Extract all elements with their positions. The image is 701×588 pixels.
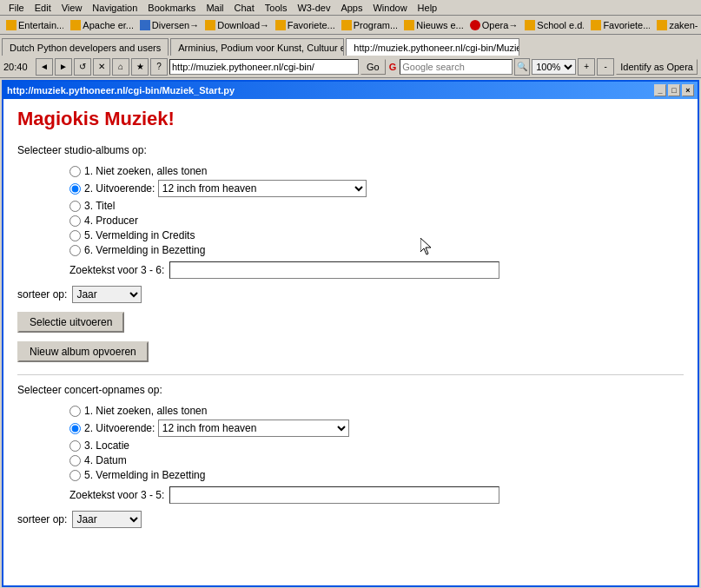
tab-dutch-python[interactable]: Dutch Python developers and users [2, 38, 169, 56]
bookmark-icon [70, 20, 81, 30]
studio-radio-group: 1. Niet zoeken, alles tonen 2. Uitvoeren… [69, 165, 684, 256]
concert-radio-1[interactable] [69, 406, 81, 417]
studio-sort-dropdown[interactable]: Jaar [72, 286, 142, 303]
studio-option-6: 6. Vermelding in Bezetting [69, 244, 684, 256]
concert-radio-5[interactable] [69, 470, 81, 481]
concert-option-4: 4. Datum [69, 454, 684, 466]
reload-button[interactable]: ↺ [74, 58, 91, 76]
studio-radio-6[interactable] [69, 245, 81, 256]
zoom-in-button[interactable]: + [578, 58, 595, 76]
concert-search-input[interactable] [169, 486, 499, 504]
addressbar: 20:40 ◄ ► ↺ ✕ ⌂ ★ ? Go G 🔍 100% + - Iden… [0, 56, 701, 78]
studio-radio-1[interactable] [69, 166, 81, 177]
window-titlebar: http://muziek.pythoneer.nl/cgi-bin/Muzie… [3, 82, 698, 99]
concert-label-3: 3. Locatie [84, 439, 129, 452]
studio-radio-3[interactable] [69, 201, 81, 212]
tab-muziek[interactable]: http://muziek.pythoneer.nl/cgi-bin/Muzie… [346, 38, 519, 56]
close-button[interactable]: × [682, 84, 694, 96]
identify-button[interactable]: Identify as Opera [616, 59, 698, 75]
bookmark-opera[interactable]: Opera→ [466, 18, 519, 32]
bookmark-icon [470, 20, 480, 30]
tab-arminius[interactable]: Arminius, Podium voor Kunst, Cultuur en … [170, 38, 344, 56]
concert-label-1: 1. Niet zoeken, alles tonen [84, 405, 207, 417]
concert-label-2: 2. Uitvoerende: [84, 422, 158, 434]
window-title: http://muziek.pythoneer.nl/cgi-bin/Muzie… [7, 85, 235, 96]
zoom-out-button[interactable]: - [597, 58, 614, 76]
back-button[interactable]: ◄ [36, 58, 53, 76]
nieuw-album-button[interactable]: Nieuw album opvoeren [17, 341, 149, 362]
go-button[interactable]: Go [360, 59, 386, 75]
studio-buttons: Selectie uitvoeren Nieuw album opvoeren [17, 312, 684, 367]
studio-radio-5[interactable] [69, 230, 81, 241]
concert-radio-2[interactable] [69, 423, 81, 434]
studio-option-1: 1. Niet zoeken, alles tonen [69, 165, 684, 177]
maximize-button[interactable]: □ [668, 84, 680, 96]
concert-option-2: 2. Uitvoerende: 12 inch from heaven [69, 420, 684, 437]
concert-sort-dropdown[interactable]: Jaar [72, 511, 142, 528]
menu-view[interactable]: View [56, 3, 88, 13]
bookmark-zaken[interactable]: zaken- [652, 18, 699, 32]
bookmark-program[interactable]: Program... [337, 18, 399, 32]
search-input[interactable] [400, 59, 513, 75]
studio-uitvoerende-dropdown[interactable]: 12 inch from heaven [158, 180, 367, 197]
concert-radio-3[interactable] [69, 440, 81, 452]
studio-search-row: Zoektekst voor 3 - 6: [17, 261, 684, 279]
address-input[interactable] [169, 59, 359, 75]
menu-navigation[interactable]: Navigation [87, 3, 142, 13]
bookmark-button[interactable]: ★ [131, 58, 149, 76]
bookmarks-bar: Entertain... Apache er... Diversen→ Down… [0, 16, 701, 35]
studio-option-3: 3. Titel [69, 200, 684, 212]
concert-radio-4[interactable] [69, 455, 81, 466]
concert-uitvoerende-dropdown[interactable]: 12 inch from heaven [158, 420, 349, 437]
concert-sort-label: sorteer op: [17, 513, 67, 525]
bookmark-icon [140, 20, 150, 30]
bookmark-icon [404, 20, 414, 30]
bookmark-icon [275, 20, 286, 30]
studio-search-input[interactable] [169, 261, 499, 279]
studio-radio-2[interactable] [69, 183, 81, 195]
bookmark-diversen[interactable]: Diversen→ [136, 18, 199, 32]
window-controls: _ □ × [654, 84, 694, 96]
bookmark-nieuws[interactable]: Nieuws e... [400, 18, 463, 32]
selectie-uitvoeren-button[interactable]: Selectie uitvoeren [17, 312, 124, 333]
menu-apps[interactable]: Apps [335, 3, 367, 13]
menu-w3dev[interactable]: W3-dev [292, 3, 335, 13]
bookmark-school[interactable]: School e.d. [520, 18, 585, 32]
home-button[interactable]: ⌂ [112, 58, 129, 76]
menu-window[interactable]: Window [367, 3, 412, 13]
search-button[interactable]: 🔍 [514, 58, 530, 76]
concert-option-1: 1. Niet zoeken, alles tonen [69, 405, 684, 417]
bookmark-favoriete2[interactable]: Favoriete... [586, 18, 651, 32]
concert-option-3: 3. Locatie [69, 439, 684, 452]
studio-label-4: 4. Producer [84, 215, 138, 227]
studio-label-1: 1. Niet zoeken, alles tonen [84, 165, 207, 177]
bookmark-apache[interactable]: Apache er... [66, 18, 133, 32]
forward-button[interactable]: ► [55, 58, 72, 76]
concert-label-4: 4. Datum [84, 454, 127, 466]
menu-bookmarks[interactable]: Bookmarks [142, 3, 201, 13]
studio-search-label: Zoektekst voor 3 - 6: [69, 264, 164, 276]
zoom-select[interactable]: 100% [532, 59, 576, 75]
minimize-button[interactable]: _ [654, 84, 666, 96]
help-nav-button[interactable]: ? [150, 58, 168, 76]
menu-file[interactable]: File [3, 3, 30, 13]
bookmark-icon [205, 20, 215, 30]
concert-search-row: Zoektekst voor 3 - 5: [17, 486, 684, 504]
studio-sort-row: sorteer op: Jaar [17, 286, 684, 303]
studio-radio-4[interactable] [69, 215, 81, 227]
concert-option-5: 5. Vermelding in Bezetting [69, 469, 684, 481]
menu-tools[interactable]: Tools [260, 3, 293, 13]
studio-option-5: 5. Vermelding in Credits [69, 229, 684, 241]
page-title: Magiokis Muziek! [17, 108, 684, 130]
menu-help[interactable]: Help [413, 3, 443, 13]
menu-edit[interactable]: Edit [30, 3, 56, 13]
menu-chat[interactable]: Chat [229, 3, 260, 13]
studio-option-2: 2. Uitvoerende: 12 inch from heaven [69, 180, 684, 197]
bookmark-download[interactable]: Download→ [201, 18, 269, 32]
stop-button[interactable]: ✕ [93, 58, 110, 76]
menu-mail[interactable]: Mail [201, 3, 228, 13]
bookmark-entertain[interactable]: Entertain... [2, 18, 64, 32]
time-display: 20:40 [3, 62, 34, 72]
bookmark-favoriete1[interactable]: Favoriete... [271, 18, 335, 32]
studio-label-3: 3. Titel [84, 200, 115, 212]
